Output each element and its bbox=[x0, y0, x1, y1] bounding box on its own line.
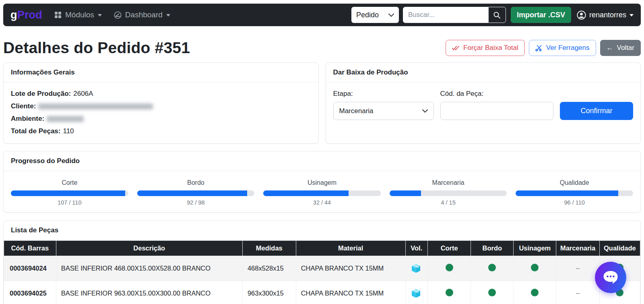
top-navbar: gProd Módulos Dashboard Pedido Importar … bbox=[3, 4, 641, 26]
user-name: renantorres bbox=[589, 11, 626, 19]
info-label: Ambiente: bbox=[11, 115, 44, 123]
parts-card: Lista de Peças Cód. BarrasDescriçãoMedid… bbox=[3, 220, 641, 304]
chevron-down-icon bbox=[98, 14, 102, 17]
info-row: Ambiente: bbox=[11, 115, 311, 123]
chevron-down-icon bbox=[630, 14, 634, 17]
info-value: 2606A bbox=[73, 90, 93, 98]
status-done-dot bbox=[446, 289, 453, 296]
column-header: Cód. Barras bbox=[4, 241, 56, 256]
info-row: Cliente: bbox=[11, 102, 311, 110]
barcode-cell: 0003694025 bbox=[4, 281, 56, 304]
search-group bbox=[403, 7, 506, 23]
stage-count: 4 / 15 bbox=[390, 199, 507, 206]
stage-count: 92 / 98 bbox=[137, 199, 255, 206]
nav-item-dashboard[interactable]: Dashboard bbox=[114, 10, 170, 19]
status-done-dot bbox=[531, 264, 539, 271]
etapa-select-value: Marcenaria bbox=[339, 107, 374, 115]
search-button[interactable] bbox=[488, 7, 506, 23]
person-circle-icon bbox=[577, 10, 586, 20]
search-scope-value: Pedido bbox=[356, 11, 379, 19]
logo-prod: Prod bbox=[17, 9, 42, 21]
progress-card: Progresso do Pedido Corte107 / 110Bordo9… bbox=[3, 151, 641, 213]
cube-icon bbox=[411, 288, 423, 299]
table-row[interactable]: 0003694024BASE INFERIOR 468.00X15.00X528… bbox=[4, 256, 640, 281]
dar-baixa-card: Dar Baixa de Produção Etapa: Marcenaria … bbox=[326, 62, 641, 144]
progress-stage: Marcenaria4 / 15 bbox=[390, 179, 507, 206]
dar-baixa-title: Dar Baixa de Produção bbox=[326, 63, 641, 83]
ver-ferragens-label: Ver Ferragens bbox=[546, 44, 590, 52]
stage-label: Marcenaria bbox=[390, 179, 507, 186]
progress-bar bbox=[516, 190, 633, 196]
progress-bar bbox=[137, 190, 255, 196]
stage-label: Corte bbox=[11, 179, 128, 186]
voltar-button[interactable]: ← Voltar bbox=[600, 40, 641, 56]
column-header: Bordo bbox=[471, 241, 514, 256]
description-cell: BASE INFERIOR 963.00X15.00X300.00 BRANCO bbox=[56, 281, 242, 304]
dimensions-cell: 468x528x15 bbox=[242, 256, 296, 281]
table-row[interactable]: 0003694025BASE INFERIOR 963.00X15.00X300… bbox=[4, 281, 640, 304]
column-header: Usinagem bbox=[514, 241, 556, 256]
dar-baixa-body: Etapa: Marcenaria Cód. da Peça: Confirma… bbox=[326, 83, 641, 130]
status-none-dash: – bbox=[576, 289, 580, 297]
stage-label: Qualidade bbox=[516, 179, 633, 186]
column-header: Medidas bbox=[242, 241, 296, 256]
etapa-label: Etapa: bbox=[333, 90, 434, 98]
status-done-dot bbox=[488, 289, 496, 296]
progress-stages: Corte107 / 110Bordo92 / 98Usinagem32 / 4… bbox=[4, 171, 640, 212]
parts-table-header-row: Cód. BarrasDescriçãoMedidasMaterialVol.C… bbox=[4, 241, 640, 256]
stage-count: 107 / 110 bbox=[11, 199, 128, 206]
nav-item-label: Módulos bbox=[65, 10, 94, 19]
status-none-dash: – bbox=[576, 264, 580, 272]
progress-stage: Bordo92 / 98 bbox=[137, 179, 255, 206]
progress-stage: Corte107 / 110 bbox=[11, 179, 128, 206]
parts-table: Cód. BarrasDescriçãoMedidasMaterialVol.C… bbox=[4, 240, 640, 304]
cube-icon bbox=[411, 263, 423, 274]
stage-label: Bordo bbox=[137, 179, 255, 186]
column-header: Corte bbox=[427, 241, 471, 256]
search-icon bbox=[493, 11, 501, 19]
material-cell: CHAPA BRANCO TX 15MM bbox=[296, 256, 405, 281]
confirmar-button[interactable]: Confirmar bbox=[560, 102, 633, 120]
info-value: 110 bbox=[63, 127, 74, 135]
arrow-left-icon: ← bbox=[607, 44, 613, 52]
etapa-select[interactable]: Marcenaria bbox=[333, 102, 434, 120]
speedometer-icon bbox=[114, 11, 122, 19]
force-baixa-label: Forçar Baixa Total bbox=[463, 44, 518, 52]
nav-item-modulos[interactable]: Módulos bbox=[54, 10, 102, 19]
piece-code-input[interactable] bbox=[440, 102, 554, 120]
scissors-icon bbox=[535, 44, 543, 52]
volume-cell[interactable] bbox=[405, 256, 427, 281]
progress-title: Progresso do Pedido bbox=[4, 151, 640, 171]
ver-ferragens-button[interactable]: Ver Ferragens bbox=[529, 40, 596, 56]
parts-title: Lista de Peças bbox=[4, 221, 640, 240]
progress-stage: Usinagem32 / 44 bbox=[263, 179, 381, 206]
info-label: Total de Peças: bbox=[11, 127, 60, 135]
chevron-down-icon bbox=[166, 14, 170, 17]
nav-item-label: Dashboard bbox=[125, 10, 163, 19]
stage-count: 32 / 44 bbox=[263, 199, 381, 206]
double-check-icon bbox=[452, 45, 460, 51]
column-header: Marcenaria bbox=[556, 241, 600, 256]
user-menu[interactable]: renantorres bbox=[577, 10, 634, 20]
force-baixa-total-button[interactable]: Forçar Baixa Total bbox=[446, 40, 525, 56]
volume-cell[interactable] bbox=[405, 281, 427, 304]
search-input[interactable] bbox=[403, 7, 488, 23]
general-info-title: Informações Gerais bbox=[4, 63, 318, 83]
column-header: Vol. bbox=[405, 241, 427, 256]
info-row: Lote de Produção:2606A bbox=[11, 90, 311, 98]
import-csv-button[interactable]: Importar .CSV bbox=[511, 7, 571, 23]
app-logo[interactable]: gProd bbox=[10, 9, 42, 21]
progress-bar bbox=[11, 190, 128, 196]
info-label: Cliente: bbox=[11, 102, 36, 110]
description-cell: BASE INFERIOR 468.00X15.00X528.00 BRANCO bbox=[56, 256, 242, 281]
chat-fab-button[interactable] bbox=[595, 262, 626, 293]
column-header: Material bbox=[296, 241, 405, 256]
progress-stage: Qualidade96 / 110 bbox=[516, 179, 633, 206]
stage-count: 96 / 110 bbox=[516, 199, 633, 206]
info-row: Total de Peças:110 bbox=[11, 127, 311, 135]
chat-bubble-icon bbox=[602, 270, 619, 285]
column-header: Qualidade bbox=[599, 241, 640, 256]
progress-bar bbox=[263, 190, 381, 196]
voltar-label: Voltar bbox=[617, 44, 634, 52]
search-scope-select[interactable]: Pedido bbox=[351, 7, 399, 23]
